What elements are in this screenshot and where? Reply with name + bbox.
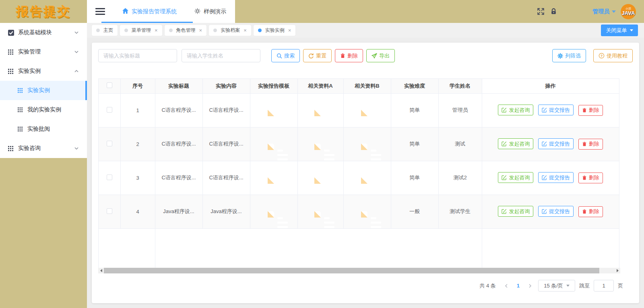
tab-label: 样例演示: [204, 8, 226, 15]
jump-page-input[interactable]: [594, 280, 614, 292]
search-button[interactable]: 搜索: [271, 49, 300, 62]
header-checkbox-cell: [99, 79, 120, 93]
column-filter-button[interactable]: 列筛选: [552, 49, 586, 62]
scrollbar-thumb[interactable]: [104, 268, 599, 273]
table-row: 1 C语言程序设... C语言程序设... 简单 管理员 发起咨询: [99, 93, 619, 127]
delete-button[interactable]: 删除: [335, 49, 363, 62]
close-icon[interactable]: ×: [244, 28, 247, 33]
sidebar-subitem-label: 实验批阅: [27, 125, 50, 133]
trash-icon: [582, 209, 587, 214]
row-delete-button[interactable]: 删除: [578, 172, 603, 183]
row-delete-button[interactable]: 删除: [578, 206, 603, 217]
total-count: 共 4 条: [479, 282, 495, 290]
sidebar-subitem-my-experiment-instance[interactable]: 我的实验实例: [0, 100, 87, 119]
consult-button[interactable]: 发起咨询: [498, 172, 533, 183]
grid-icon: [8, 68, 14, 74]
trash-icon: [340, 53, 345, 58]
sidebar-item-experiment-consult[interactable]: 实验咨询: [0, 139, 87, 158]
column-header: 相关资料A: [297, 79, 343, 93]
toolbar-buttons: 搜索 重置 删除 导出: [271, 49, 395, 62]
submit-report-button[interactable]: 提交报告: [538, 206, 574, 217]
submit-report-button[interactable]: 提交报告: [538, 172, 574, 183]
row-checkbox[interactable]: [107, 107, 112, 113]
sidebar-subitem-experiment-instance[interactable]: 实验实例: [0, 81, 87, 100]
trash-icon: [582, 142, 587, 146]
gear-icon: [557, 53, 563, 59]
lock-icon[interactable]: [550, 8, 557, 15]
row-checkbox[interactable]: [107, 175, 112, 180]
experiment-title-input[interactable]: [98, 49, 177, 62]
sidebar-item-experiment-management[interactable]: 实验管理: [0, 42, 87, 62]
grid-icon: [8, 146, 14, 152]
page-number[interactable]: 1: [514, 283, 522, 289]
select-all-checkbox[interactable]: [107, 82, 112, 88]
page-size-select[interactable]: 15 条/页: [538, 280, 575, 292]
tag-label: 实验档案: [221, 27, 240, 34]
consult-button[interactable]: 发起咨询: [498, 206, 533, 217]
cell-content: C语言程序设...: [202, 127, 250, 161]
sidebar-item-label: 实验实例: [18, 68, 41, 75]
grid-icon: [18, 88, 23, 93]
cell-title: C语言程序设...: [155, 161, 202, 195]
edit-icon: [502, 107, 507, 113]
close-icon[interactable]: ×: [155, 28, 158, 33]
consult-button[interactable]: 发起咨询: [498, 138, 533, 149]
column-header: 实验难度: [391, 79, 438, 93]
sidebar-item-label: 实验管理: [18, 48, 41, 55]
sidebar-subitem-experiment-review[interactable]: 实验批阅: [0, 119, 87, 139]
scroll-left-icon[interactable]: [98, 268, 104, 273]
consult-button[interactable]: 发起咨询: [498, 105, 533, 115]
row-checkbox[interactable]: [107, 208, 112, 214]
scroll-right-icon[interactable]: [615, 268, 620, 273]
close-menu-button[interactable]: 关闭菜单: [601, 25, 638, 36]
main-area: 实验报告管理系统 样例演示 管理员: [87, 0, 644, 308]
export-button[interactable]: 导出: [366, 49, 395, 62]
pagination: 共 4 条 1 15 条/页 跳至 页: [98, 280, 633, 292]
sidebar-menu: 系统基础模块 实验管理 实验实例: [0, 23, 87, 158]
tab-sample-demo[interactable]: 样例演示: [186, 0, 235, 23]
prev-page-icon[interactable]: [502, 283, 510, 288]
tutorial-button[interactable]: ? 使用教程: [593, 49, 633, 62]
sidebar-item-system-base[interactable]: 系统基础模块: [0, 23, 87, 42]
tag-role-management[interactable]: 角色管理 ×: [165, 25, 207, 36]
reset-button[interactable]: 重置: [303, 49, 332, 62]
column-header: 学生姓名: [438, 79, 482, 93]
tab-report-system[interactable]: 实验报告管理系统: [114, 0, 186, 23]
fullscreen-icon[interactable]: [537, 8, 545, 15]
submit-report-button[interactable]: 提交报告: [538, 138, 574, 149]
row-delete-button[interactable]: 删除: [578, 105, 603, 116]
row-delete-button[interactable]: 删除: [578, 139, 603, 150]
app-window: 报告提交 系统基础模块 实验管理: [0, 0, 644, 308]
row-checkbox[interactable]: [107, 141, 112, 146]
edit-icon: [542, 107, 547, 113]
grid-icon: [18, 126, 23, 132]
student-name-input[interactable]: [182, 49, 260, 62]
close-icon[interactable]: ×: [288, 28, 291, 33]
trash-icon: [582, 108, 587, 113]
jump-label: 跳至: [579, 282, 590, 290]
tag-menu-management[interactable]: 菜单管理 ×: [120, 25, 162, 36]
sidebar-group-experiment-instance[interactable]: 实验实例: [0, 62, 87, 81]
submit-report-button[interactable]: 提交报告: [538, 105, 574, 115]
close-menu-label: 关闭菜单: [606, 27, 627, 34]
table-header-row: 序号 实验标题 实验内容 实验报告模板 相关资料A 相关资料B 实验难度 学生姓…: [99, 79, 619, 93]
tag-experiment-archive[interactable]: 实验档案 ×: [209, 25, 251, 36]
page-unit-label: 页: [618, 282, 623, 290]
chevron-down-icon: [74, 146, 79, 151]
tag-experiment-instance[interactable]: 实验实例 ×: [254, 25, 296, 36]
cell-title: C语言程序设...: [155, 127, 202, 161]
tag-home[interactable]: 主页: [92, 25, 118, 36]
cell-index: 3: [120, 161, 155, 195]
close-icon[interactable]: ×: [199, 28, 202, 33]
cell-content: C语言程序设...: [202, 161, 250, 195]
avatar[interactable]: 小郑 JAVA: [621, 4, 636, 19]
tag-dot-icon: [213, 29, 217, 32]
next-page-icon[interactable]: [526, 283, 534, 288]
hamburger-menu-icon[interactable]: [87, 0, 114, 23]
toolbar-right: 列筛选 ? 使用教程: [552, 49, 633, 62]
user-dropdown[interactable]: 管理员: [592, 8, 616, 15]
caret-down-icon: [630, 29, 633, 31]
tab-label: 实验报告管理系统: [132, 8, 177, 15]
scrollbar-track[interactable]: [104, 268, 615, 273]
cell-content: Java程序设...: [202, 195, 250, 228]
